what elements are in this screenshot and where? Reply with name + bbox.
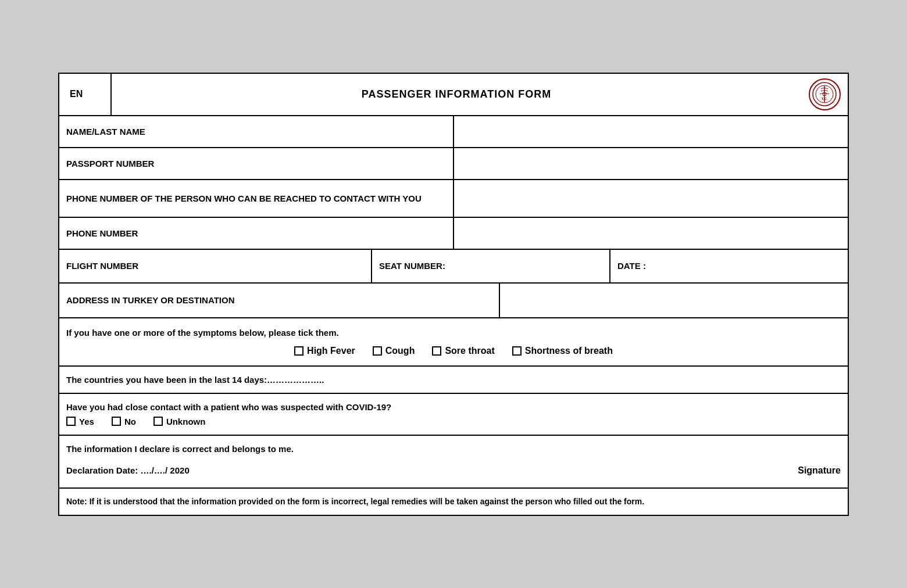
covid-unknown[interactable]: Unknown — [153, 417, 206, 426]
label-no: No — [124, 417, 136, 426]
checkbox-shortness-breath[interactable] — [512, 346, 522, 356]
declaration-section: The information I declare is correct and… — [59, 436, 848, 489]
passport-value[interactable] — [453, 148, 848, 179]
phone-label: PHONE NUMBER — [59, 218, 453, 249]
symptoms-checkboxes: High Fever Cough Sore throat Shortness o… — [66, 346, 841, 356]
language-label: EN — [59, 74, 112, 115]
note-text: Note: If it is understood that the infor… — [66, 497, 644, 506]
covid-no[interactable]: No — [112, 417, 136, 426]
name-label: NAME/LAST NAME — [59, 116, 453, 147]
checkbox-sore-throat[interactable] — [432, 346, 441, 356]
logo-icon: T.C. — [809, 78, 841, 110]
phone-value[interactable] — [453, 218, 848, 249]
passport-row: PASSPORT NUMBER — [59, 148, 848, 180]
label-unknown: Unknown — [166, 417, 206, 426]
form-container: EN PASSENGER INFORMATION FORM T.C. NAME/… — [58, 73, 849, 516]
contact-label: PHONE NUMBER OF THE PERSON WHO CAN BE RE… — [59, 180, 453, 217]
symptom-cough[interactable]: Cough — [373, 346, 415, 356]
contact-row: PHONE NUMBER OF THE PERSON WHO CAN BE RE… — [59, 180, 848, 218]
note-section: Note: If it is understood that the infor… — [59, 489, 848, 515]
label-yes: Yes — [79, 417, 94, 426]
symptoms-section: If you have one or more of the symptoms … — [59, 318, 848, 367]
checkbox-no[interactable] — [112, 417, 121, 426]
seat-cell: SEAT NUMBER: — [371, 250, 609, 282]
header-row: EN PASSENGER INFORMATION FORM T.C. — [59, 74, 848, 116]
symptoms-intro: If you have one or more of the symptoms … — [66, 328, 841, 338]
checkbox-high-fever[interactable] — [294, 346, 303, 356]
declaration-bottom: Declaration Date: …./…./ 2020 Signature — [66, 465, 841, 476]
svg-text:T.C.: T.C. — [822, 97, 828, 101]
form-title: PASSENGER INFORMATION FORM — [112, 83, 801, 106]
symptom-sore-throat[interactable]: Sore throat — [432, 346, 494, 356]
flight-label: FLIGHT NUMBER — [59, 250, 371, 282]
address-row: ADDRESS IN TURKEY OR DESTINATION — [59, 284, 848, 318]
checkbox-cough[interactable] — [373, 346, 382, 356]
countries-section: The countries you have been in the last … — [59, 367, 848, 394]
date-cell: DATE : — [609, 250, 848, 282]
covid-question: Have you had close contact with a patien… — [66, 402, 841, 412]
symptom-high-fever[interactable]: High Fever — [294, 346, 355, 356]
name-value[interactable] — [453, 116, 848, 147]
address-label: ADDRESS IN TURKEY OR DESTINATION — [59, 284, 499, 317]
countries-text: The countries you have been in the last … — [66, 375, 324, 385]
address-value[interactable] — [499, 284, 848, 317]
passport-label: PASSPORT NUMBER — [59, 148, 453, 179]
label-cough: Cough — [385, 346, 415, 356]
symptom-shortness-breath[interactable]: Shortness of breath — [512, 346, 613, 356]
label-high-fever: High Fever — [307, 346, 355, 356]
phone-row: PHONE NUMBER — [59, 218, 848, 250]
flight-row: FLIGHT NUMBER SEAT NUMBER: DATE : — [59, 250, 848, 284]
covid-options: Yes No Unknown — [66, 417, 841, 426]
signature-label: Signature — [798, 465, 841, 476]
checkbox-yes[interactable] — [66, 417, 76, 426]
declaration-text: The information I declare is correct and… — [66, 444, 841, 454]
label-sore-throat: Sore throat — [445, 346, 494, 356]
name-row: NAME/LAST NAME — [59, 116, 848, 148]
declaration-date: Declaration Date: …./…./ 2020 — [66, 465, 190, 475]
checkbox-unknown[interactable] — [153, 417, 163, 426]
covid-section: Have you had close contact with a patien… — [59, 394, 848, 436]
label-shortness-breath: Shortness of breath — [525, 346, 613, 356]
contact-value[interactable] — [453, 180, 848, 217]
logo-area: T.C. — [801, 74, 848, 115]
covid-yes[interactable]: Yes — [66, 417, 94, 426]
